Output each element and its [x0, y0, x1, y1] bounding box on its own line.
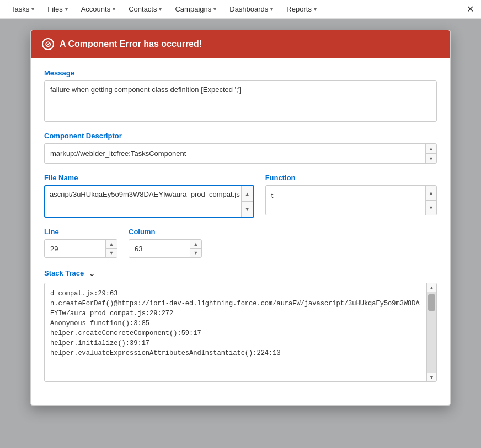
message-label: Message [44, 69, 437, 77]
chevron-down-icon: ▾ [113, 6, 115, 12]
file-name-scroll-up[interactable]: ▲ [242, 186, 253, 202]
component-descriptor-label: Component Descriptor [44, 132, 437, 140]
component-descriptor-scrollbar: ▲ ▼ [425, 144, 436, 163]
nav-item-campaigns[interactable]: Campaigns ▾ [168, 0, 223, 18]
column-field-group: Column ▲ ▼ [129, 228, 202, 258]
file-name-input[interactable]: ascript/3uHUkqaEy5o9m3W8DAEYIw/aura_prod… [45, 186, 253, 217]
line-spinner: ▲ ▼ [105, 240, 117, 257]
nav-item-reports[interactable]: Reports ▾ [280, 0, 323, 18]
line-increment[interactable]: ▲ [106, 240, 117, 249]
message-input[interactable]: failure when getting component class def… [45, 81, 436, 120]
component-descriptor-input[interactable] [45, 144, 424, 163]
message-field-group: Message failure when getting component c… [44, 69, 437, 122]
component-descriptor-wrapper: ▲ ▼ [44, 143, 437, 164]
modal-overlay: ⊘ A Component Error has occurred! Messag… [0, 19, 481, 448]
stack-scroll-down[interactable]: ▼ [427, 373, 436, 381]
modal-body: Message failure when getting component c… [31, 58, 450, 405]
chevron-down-icon: ▾ [314, 6, 317, 12]
function-wrapper: ▲ ▼ [265, 185, 437, 215]
nav-label-accounts: Accounts [81, 5, 110, 13]
scroll-up-arrow[interactable]: ▲ [426, 144, 436, 154]
line-input[interactable] [45, 240, 105, 257]
nav-item-tasks[interactable]: Tasks ▾ [4, 0, 41, 18]
chevron-down-icon: ▾ [159, 6, 162, 12]
nav-label-campaigns: Campaigns [175, 5, 211, 13]
nav-label-reports: Reports [286, 5, 312, 13]
stack-scrollbar-thumb [428, 294, 435, 311]
nav-label-dashboards: Dashboards [229, 5, 268, 13]
line-label: Line [44, 228, 117, 236]
nav-item-accounts[interactable]: Accounts ▾ [74, 0, 122, 18]
nav-bar: Tasks ▾ Files ▾ Accounts ▾ Contacts ▾ Ca… [0, 0, 481, 19]
stack-trace-group: Stack Trace ⌄ d_compat.js:29:63 n.create… [44, 268, 437, 382]
line-field: ▲ ▼ [44, 239, 117, 258]
stack-scrollbar-track [427, 292, 436, 373]
file-function-row: File Name ascript/3uHUkqaEy5o9m3W8DAEYIw… [44, 174, 437, 218]
nav-label-contacts: Contacts [129, 5, 157, 13]
function-scroll-up[interactable]: ▲ [426, 186, 436, 201]
error-modal: ⊘ A Component Error has occurred! Messag… [30, 30, 451, 406]
error-circle-icon: ⊘ [42, 38, 54, 50]
function-scrollbar: ▲ ▼ [425, 186, 436, 215]
function-col: Function ▲ ▼ [265, 174, 437, 218]
chevron-down-icon: ▾ [270, 6, 273, 12]
column-decrement[interactable]: ▼ [190, 249, 201, 257]
chevron-down-icon: ▾ [213, 6, 216, 12]
file-name-col: File Name ascript/3uHUkqaEy5o9m3W8DAEYIw… [44, 174, 254, 218]
column-spinner: ▲ ▼ [190, 240, 201, 257]
line-field-group: Line ▲ ▼ [44, 228, 117, 258]
column-input[interactable] [129, 240, 190, 257]
function-label: Function [265, 174, 437, 182]
error-title: A Component Error has occurred! [60, 39, 202, 49]
column-field: ▲ ▼ [129, 239, 202, 258]
scroll-down-arrow[interactable]: ▼ [426, 154, 436, 163]
stack-trace-header[interactable]: Stack Trace ⌄ [44, 268, 437, 278]
message-input-wrapper: failure when getting component class def… [44, 80, 437, 122]
stack-scroll-up[interactable]: ▲ [427, 283, 436, 292]
column-increment[interactable]: ▲ [190, 240, 201, 249]
nav-label-files: Files [47, 5, 62, 13]
file-name-scroll-down[interactable]: ▼ [242, 202, 253, 217]
function-scroll-down[interactable]: ▼ [426, 201, 436, 215]
function-input[interactable] [266, 186, 424, 205]
stack-trace-box: d_compat.js:29:63 n.createForDef()@https… [44, 283, 437, 382]
close-icon[interactable]: ✕ [463, 3, 477, 16]
file-name-wrapper: ascript/3uHUkqaEy5o9m3W8DAEYIw/aura_prod… [44, 185, 254, 218]
nav-item-files[interactable]: Files ▾ [41, 0, 74, 18]
stack-trace-scrollbar: ▲ ▼ [426, 283, 436, 381]
stack-trace-label: Stack Trace [44, 269, 84, 277]
chevron-down-icon: ▾ [31, 6, 34, 12]
nav-item-contacts[interactable]: Contacts ▾ [122, 0, 168, 18]
nav-item-dashboards[interactable]: Dashboards ▾ [223, 0, 280, 18]
line-column-row: Line ▲ ▼ Column ▲ [44, 228, 437, 258]
chevron-down-icon: ▾ [65, 6, 68, 12]
error-header: ⊘ A Component Error has occurred! [31, 30, 450, 58]
component-descriptor-field-group: Component Descriptor ▲ ▼ [44, 132, 437, 164]
stack-trace-content[interactable]: d_compat.js:29:63 n.createForDef()@https… [45, 283, 436, 381]
file-name-scrollbar: ▲ ▼ [241, 186, 253, 217]
file-name-label: File Name [44, 174, 254, 182]
stack-trace-toggle-icon[interactable]: ⌄ [88, 268, 95, 278]
nav-label-tasks: Tasks [11, 5, 29, 13]
line-decrement[interactable]: ▼ [106, 249, 117, 257]
column-label: Column [129, 228, 202, 236]
